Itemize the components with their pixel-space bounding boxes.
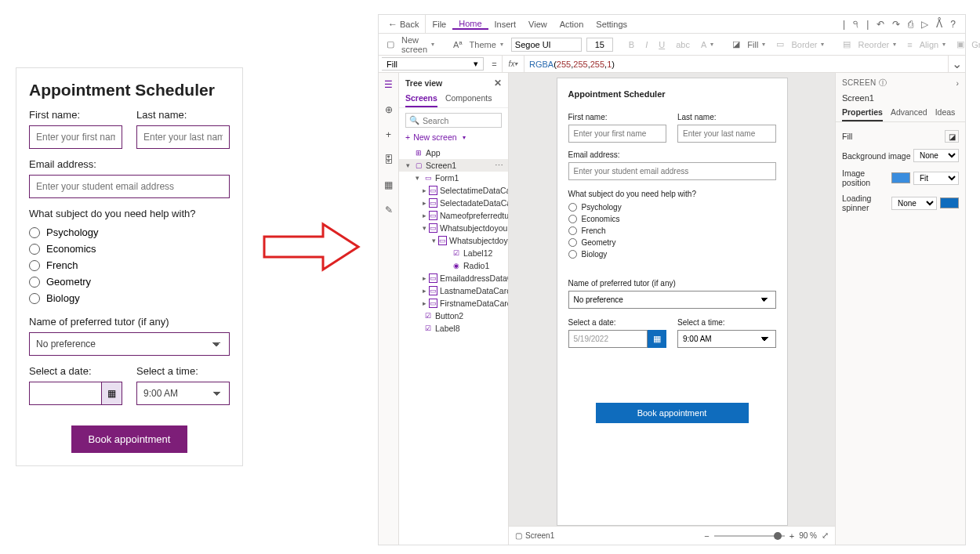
book-button[interactable]: Book appointment — [596, 403, 749, 423]
underline-button[interactable]: U — [655, 40, 668, 49]
tree-node[interactable]: ▸▭Nameofpreferredtutor7257DataCard — [399, 209, 508, 222]
back-button[interactable]: ←Back — [382, 15, 426, 33]
close-icon[interactable]: ✕ — [494, 78, 502, 89]
last-name-input[interactable] — [136, 125, 230, 149]
tree-node[interactable]: ▸▭SelectadateDataCard211 — [399, 197, 508, 209]
border-button[interactable]: ▭ Border — [773, 39, 827, 49]
new-screen-button[interactable]: ▢ New screen — [383, 35, 437, 54]
tree-node[interactable]: ☑Button2 — [399, 310, 508, 322]
fill-swatch-button[interactable]: ◪ — [945, 130, 959, 143]
calendar-icon[interactable]: ▦ — [102, 382, 122, 405]
font-size-input[interactable] — [586, 38, 613, 52]
footer-screen-nav[interactable]: ▢Screen1 — [515, 531, 554, 540]
subject-radio-group[interactable]: Psychology Economics French Geometry Bio… — [29, 224, 230, 306]
chevron-right-icon[interactable]: › — [956, 78, 960, 88]
first-name-input[interactable] — [568, 125, 667, 143]
tutor-select[interactable]: No preference — [568, 291, 776, 309]
menu-home[interactable]: Home — [452, 19, 488, 30]
zoom-slider[interactable] — [714, 535, 785, 537]
tree-node[interactable]: ▸▭EmailaddressDataCard205 — [399, 272, 508, 284]
tree-search[interactable]: 🔍 — [405, 113, 502, 128]
tree-tab-components[interactable]: Components — [445, 93, 492, 107]
italic-button[interactable]: I — [642, 40, 651, 49]
tree-node[interactable]: ▸▭SelectatimeDataCard213 — [399, 184, 508, 197]
tree-node-label: EmailaddressDataCard205 — [440, 273, 508, 283]
fill-color-button[interactable]: ◪ Fill — [729, 39, 768, 49]
tool-rail-icon[interactable]: ✎ — [382, 203, 396, 217]
redo-icon[interactable]: ↷ — [892, 19, 900, 30]
tutor-select[interactable]: No preference — [29, 332, 230, 356]
insert-rail-icon[interactable]: ⊕ — [382, 103, 396, 117]
expand-formula-icon[interactable]: ⌄ — [948, 56, 965, 72]
property-selector[interactable]: Fill▾ — [382, 57, 484, 71]
tree-node[interactable]: ☑Label8 — [399, 322, 508, 335]
save-icon[interactable]: ⎙ — [908, 19, 913, 30]
loading-select[interactable]: None — [891, 197, 937, 210]
menu-settings[interactable]: Settings — [590, 20, 633, 29]
prop-fill-label: Fill — [842, 132, 852, 141]
tutor-label: Name of preferred tutor (if any) — [29, 316, 230, 328]
media-rail-icon[interactable]: ▦ — [382, 178, 396, 192]
last-name-input[interactable] — [677, 125, 776, 143]
font-color-button[interactable]: A — [698, 40, 717, 49]
tree-node[interactable]: ▾▭Whatsubjectdoyouneed1124Vert — [399, 234, 508, 247]
app-checker-icon[interactable]: ੧ — [853, 19, 858, 30]
tree-node[interactable]: ▸▭FirstnameDataCard201 — [399, 297, 508, 310]
formula-input[interactable]: RGBA(255, 255, 255, 1) — [524, 56, 948, 72]
font-name-input[interactable] — [511, 38, 582, 52]
menu-view[interactable]: View — [522, 20, 554, 29]
date-input[interactable] — [568, 330, 648, 348]
group-button[interactable]: ▣ Group — [953, 39, 980, 49]
calendar-icon[interactable]: ▦ — [648, 330, 666, 348]
preview-icon[interactable]: ▷ — [921, 19, 928, 30]
props-tab-ideas[interactable]: Ideas — [935, 107, 956, 121]
align-button[interactable]: ≡ Align — [904, 40, 949, 49]
book-button[interactable]: Book appointment — [71, 425, 188, 453]
strike-button[interactable]: abc — [673, 40, 693, 49]
fit-icon[interactable]: ⤢ — [822, 530, 829, 541]
zoom-in-icon[interactable]: + — [789, 531, 794, 541]
date-input[interactable] — [29, 382, 102, 405]
tree-tab-screens[interactable]: Screens — [405, 93, 437, 107]
menu-file[interactable]: File — [426, 20, 452, 29]
help-icon[interactable]: ? — [950, 19, 956, 30]
tree-node[interactable]: ⊞App — [399, 147, 508, 159]
tree-search-input[interactable] — [423, 116, 498, 125]
more-icon[interactable]: ⋯ — [493, 161, 505, 170]
tree-view-icon[interactable]: ☰ — [382, 78, 396, 92]
canvas-app-preview[interactable]: Appointment Scheduler First name: Last n… — [557, 78, 788, 526]
fx-icon[interactable]: fx▾ — [503, 56, 524, 72]
data-rail-icon[interactable]: + — [382, 128, 396, 142]
reorder-button[interactable]: ▤ Reorder — [840, 39, 899, 49]
tree-node[interactable]: ▾▭Form1 — [399, 172, 508, 184]
radio-option: Economics — [582, 215, 620, 223]
first-name-input[interactable] — [29, 125, 122, 149]
menu-insert[interactable]: Insert — [488, 20, 523, 29]
email-input[interactable] — [568, 162, 776, 180]
time-select[interactable]: 9:00 AM — [136, 382, 230, 405]
reorder-label: Reorder — [858, 40, 890, 49]
radio-icon — [29, 293, 40, 304]
subject-radio-group[interactable]: Psychology Economics French Geometry Bio… — [568, 201, 776, 260]
share-icon[interactable]: ᐰ — [936, 19, 942, 30]
theme-button[interactable]: Aª Theme — [450, 40, 506, 49]
bg-image-select[interactable]: None — [913, 149, 959, 162]
props-tab-properties[interactable]: Properties — [842, 107, 883, 121]
zoom-out-icon[interactable]: − — [704, 531, 709, 541]
props-tab-advanced[interactable]: Advanced — [891, 107, 927, 121]
undo-icon[interactable]: ↶ — [877, 19, 884, 30]
tree-node[interactable]: ☑Label12 — [399, 247, 508, 259]
imgpos-select[interactable]: Fit — [913, 172, 959, 185]
bold-button[interactable]: B — [626, 40, 637, 49]
email-input[interactable] — [29, 175, 230, 198]
db-rail-icon[interactable]: 🗄 — [382, 153, 396, 167]
tree-node[interactable]: ◉Radio1 — [399, 259, 508, 272]
menu-action[interactable]: Action — [554, 20, 590, 29]
tree-node[interactable]: ▾▢Screen1⋯ — [399, 159, 508, 172]
help-icon[interactable]: ⓘ — [879, 78, 887, 87]
time-select[interactable]: 9:00 AM — [677, 330, 776, 348]
tree-new-screen[interactable]: +New screen▾ — [405, 132, 502, 142]
tree-node[interactable]: ▸▭LastnameDataCard203 — [399, 284, 508, 297]
tree-node[interactable]: ▾▭Whatsubjectdoyouneed1124DataCard — [399, 222, 508, 234]
tree-caret-icon: ▾ — [432, 237, 436, 244]
